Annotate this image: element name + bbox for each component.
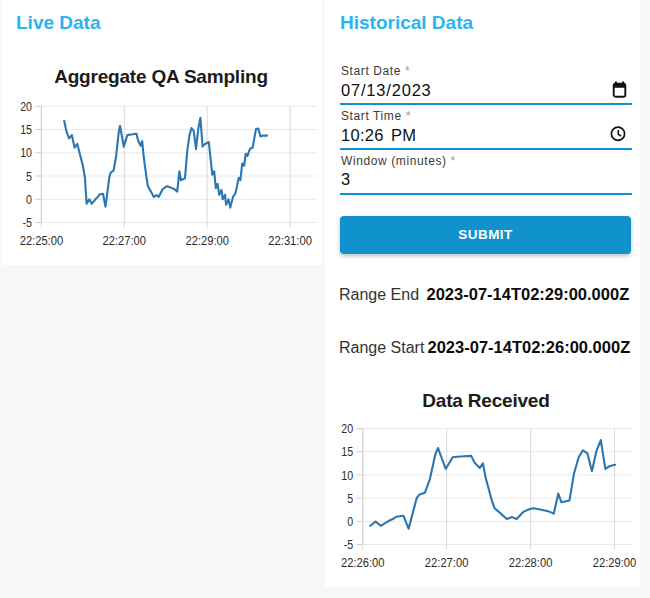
svg-text:22:29:00: 22:29:00	[593, 555, 637, 570]
svg-text:22:28:00: 22:28:00	[509, 555, 553, 570]
svg-text:22:25:00: 22:25:00	[20, 233, 64, 248]
svg-text:-5: -5	[344, 537, 354, 552]
svg-text:5: 5	[26, 169, 32, 184]
svg-text:22:31:00: 22:31:00	[268, 233, 312, 248]
svg-text:15: 15	[341, 444, 353, 459]
svg-text:10: 10	[20, 145, 32, 160]
svg-text:20: 20	[341, 421, 353, 436]
svg-text:15: 15	[20, 122, 32, 137]
svg-text:22:26:00: 22:26:00	[341, 555, 385, 570]
svg-text:0: 0	[26, 192, 32, 207]
svg-text:5: 5	[347, 491, 353, 506]
svg-text:-5: -5	[23, 215, 33, 230]
svg-text:22:27:00: 22:27:00	[103, 233, 147, 248]
svg-text:22:27:00: 22:27:00	[425, 555, 469, 570]
svg-text:20: 20	[20, 99, 32, 114]
svg-text:10: 10	[341, 467, 353, 482]
svg-text:22:29:00: 22:29:00	[185, 233, 229, 248]
svg-text:0: 0	[347, 514, 353, 529]
